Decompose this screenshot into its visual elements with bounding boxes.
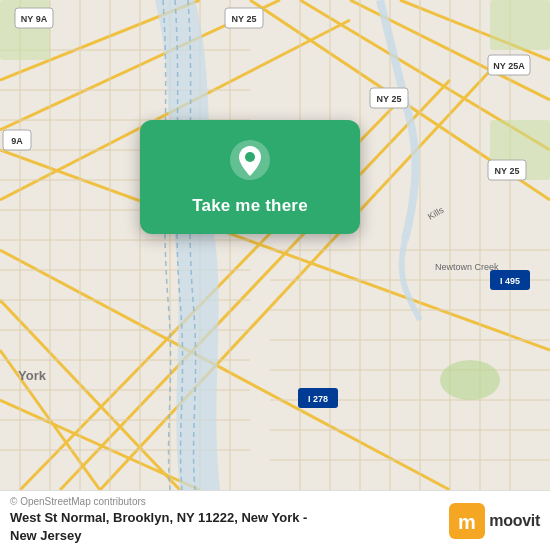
- openstreetmap-attribution: © OpenStreetMap contributors: [10, 496, 146, 507]
- svg-rect-1: [0, 0, 550, 490]
- moovit-wordmark: moovit: [489, 512, 540, 530]
- footer: © OpenStreetMap contributors West St Nor…: [0, 490, 550, 550]
- svg-text:m: m: [458, 511, 476, 533]
- svg-text:NY 25A: NY 25A: [493, 61, 525, 71]
- location-title: West St Normal, Brooklyn, NY 11222, New …: [10, 509, 449, 545]
- svg-text:I 495: I 495: [500, 276, 520, 286]
- svg-text:Newtown Creek: Newtown Creek: [435, 262, 499, 272]
- location-line2: New Jersey: [10, 528, 82, 543]
- footer-text-block: © OpenStreetMap contributors West St Nor…: [10, 496, 449, 545]
- svg-text:NY 9A: NY 9A: [21, 14, 48, 24]
- location-line1: West St Normal, Brooklyn, NY 11222, New …: [10, 510, 307, 525]
- location-pin-icon: [228, 138, 272, 182]
- svg-text:I 278: I 278: [308, 394, 328, 404]
- location-card: Take me there: [140, 120, 360, 234]
- moovit-logo: m moovit: [449, 503, 540, 539]
- moovit-icon: m: [449, 503, 485, 539]
- map-svg: NY 9A 9A NY 25 NY 25 NY 25A NY 25 I 278 …: [0, 0, 550, 490]
- svg-text:9A: 9A: [11, 136, 23, 146]
- take-me-there-button[interactable]: Take me there: [192, 192, 308, 220]
- svg-rect-57: [490, 0, 550, 50]
- svg-text:York: York: [18, 368, 47, 383]
- attribution-text: © OpenStreetMap contributors: [10, 496, 449, 507]
- svg-point-79: [245, 152, 255, 162]
- svg-text:NY 25: NY 25: [232, 14, 257, 24]
- svg-point-58: [440, 360, 500, 400]
- svg-text:NY 25: NY 25: [495, 166, 520, 176]
- map-area: NY 9A 9A NY 25 NY 25 NY 25A NY 25 I 278 …: [0, 0, 550, 490]
- svg-text:NY 25: NY 25: [377, 94, 402, 104]
